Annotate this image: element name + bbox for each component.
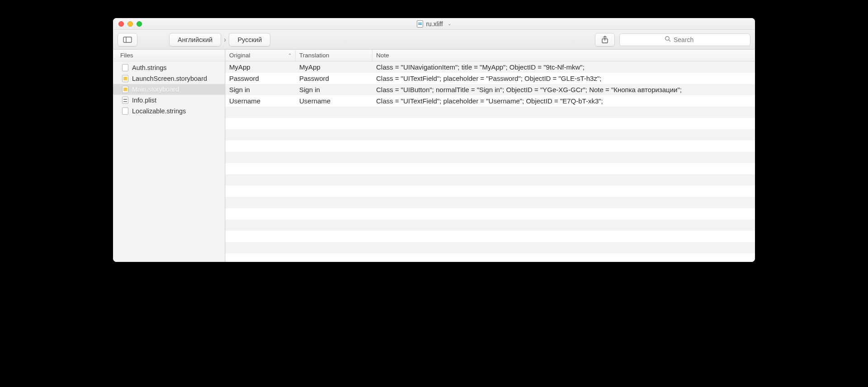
file-name: Localizable.strings [132,107,186,115]
file-item[interactable]: Main.storyboard [113,84,225,95]
sidebar-icon [123,37,132,43]
share-icon [601,36,609,44]
toggle-sidebar-button[interactable] [118,33,137,47]
cell-note[interactable]: Class = "UIButton"; normalTitle = "Sign … [373,86,755,93]
window-close-button[interactable] [118,21,124,27]
cell-original[interactable]: Password [226,75,296,82]
window-title-text: ru.xliff [426,20,443,28]
column-header-original[interactable]: Original ⌃ [226,50,296,61]
target-language-button[interactable]: Русский [229,33,270,47]
table-row [226,208,755,219]
title-chevron-icon: ⌄ [448,21,451,26]
column-header-original-label: Original [229,52,250,59]
translations-panel: Original ⌃ Translation Note MyAppMyAppCl… [225,50,755,262]
cell-original[interactable]: Sign in [226,86,296,93]
search-input[interactable] [674,36,705,43]
cell-translation[interactable]: Sign in [296,86,373,93]
table-row [226,231,755,242]
cell-translation[interactable]: MyApp [296,63,373,71]
app-window: ru.xliff ⌄ Английский › Русский [113,18,755,262]
table-row[interactable]: MyAppMyAppClass = "UINavigationItem"; ti… [226,61,755,73]
toolbar: Английский › Русский [113,30,755,50]
source-language-button[interactable]: Английский [169,33,221,47]
cell-original[interactable]: MyApp [226,63,296,71]
file-name: Main.storyboard [132,86,179,93]
file-icon [122,64,128,71]
table-row [226,152,755,163]
cell-translation[interactable]: Username [296,97,373,105]
window-titlebar: ru.xliff ⌄ [113,18,755,30]
cell-note[interactable]: Class = "UITextField"; placeholder = "Pa… [373,75,755,82]
table-header: Original ⌃ Translation Note [226,50,755,61]
file-icon [122,86,128,93]
table-row[interactable]: PasswordPasswordClass = "UITextField"; p… [226,73,755,84]
svg-rect-0 [123,37,132,42]
content-area: Files Auth.stringsLaunchScreen.storyboar… [113,50,755,262]
chevron-right-icon: › [223,36,227,44]
cell-translation[interactable]: Password [296,75,373,82]
table-row [226,140,755,152]
window-zoom-button[interactable] [137,21,142,27]
svg-point-3 [665,37,669,40]
cell-original[interactable]: Username [226,97,296,105]
document-icon [417,20,423,28]
table-row [226,163,755,174]
file-icon [122,97,128,104]
window-title: ru.xliff ⌄ [113,20,755,28]
file-icon [122,107,128,115]
sidebar-header-label: Files [120,52,133,59]
table-row [226,118,755,129]
search-field[interactable] [619,33,750,46]
column-header-translation-label: Translation [299,52,329,59]
cell-note[interactable]: Class = "UINavigationItem"; title = "MyA… [373,63,755,71]
table-row [226,253,755,262]
cell-note[interactable]: Class = "UITextField"; placeholder = "Us… [373,97,755,105]
sort-ascending-icon: ⌃ [288,53,292,58]
language-breadcrumb: Английский › Русский [169,33,270,47]
column-header-note-label: Note [376,52,389,59]
window-controls [113,21,142,27]
file-name: Auth.strings [132,64,167,71]
files-sidebar: Files Auth.stringsLaunchScreen.storyboar… [113,50,225,262]
file-name: LaunchScreen.storyboard [132,75,207,82]
file-item[interactable]: LaunchScreen.storyboard [113,73,225,84]
table-row [226,242,755,253]
search-icon [665,36,671,43]
window-minimize-button[interactable] [127,21,133,27]
table-row [226,174,755,186]
share-button[interactable] [595,33,615,47]
table-row [226,197,755,208]
file-icon [122,75,128,82]
table-row[interactable]: UsernameUsernameClass = "UITextField"; p… [226,95,755,107]
column-header-note[interactable]: Note [373,50,755,61]
table-row [226,129,755,140]
file-name: Info.plist [132,97,156,104]
sidebar-header: Files [113,50,225,61]
file-list: Auth.stringsLaunchScreen.storyboardMain.… [113,61,225,117]
table-body: MyAppMyAppClass = "UINavigationItem"; ti… [226,61,755,262]
file-item[interactable]: Auth.strings [113,62,225,73]
column-header-translation[interactable]: Translation [296,50,373,61]
target-language-label: Русский [237,36,262,43]
svg-line-4 [669,40,670,42]
file-item[interactable]: Localizable.strings [113,106,225,117]
source-language-label: Английский [178,36,212,43]
table-row [226,107,755,118]
table-row[interactable]: Sign inSign inClass = "UIButton"; normal… [226,84,755,95]
file-item[interactable]: Info.plist [113,95,225,106]
table-row [226,219,755,231]
table-row [226,186,755,197]
